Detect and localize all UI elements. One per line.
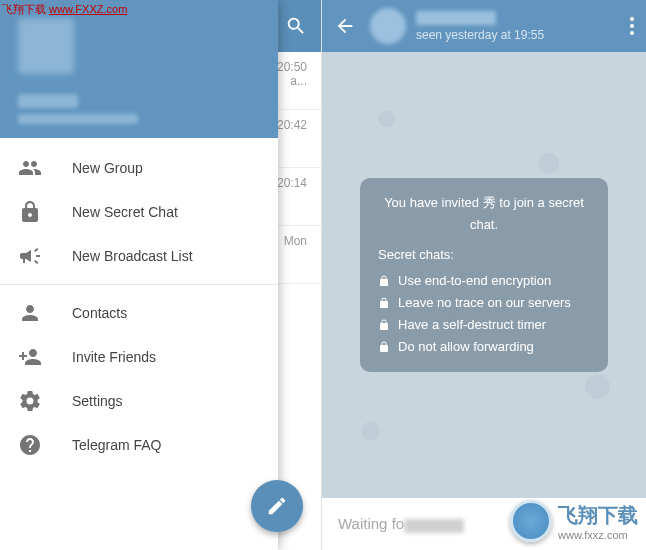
gear-icon [18,389,42,413]
svg-point-1 [630,24,634,28]
drawer-item-contacts[interactable]: Contacts [0,291,278,335]
brand-logo-icon [510,500,552,542]
lock-icon [378,341,390,353]
waiting-text: Waiting fo [338,515,464,532]
person-icon [18,301,42,325]
chat-subtitle: seen yesterday at 19:55 [416,28,630,42]
lock-icon [378,319,390,331]
more-icon[interactable] [630,17,634,35]
chat-header: seen yesterday at 19:55 [322,0,646,52]
secret-feature: Have a self-destruct timer [378,314,590,336]
svg-point-2 [630,31,634,35]
user-avatar[interactable] [18,18,74,74]
drawer-item-label: Settings [72,393,123,409]
chat-time: 20:14 [277,176,307,190]
chat-title-redacted [416,11,496,25]
group-icon [18,156,42,180]
secret-chat-info-box: You have invited 秀 to join a secret chat… [360,178,608,373]
watermark-link[interactable]: www.FXXZ.com [49,3,127,15]
drawer-item-invite[interactable]: Invite Friends [0,335,278,379]
chat-body: You have invited 秀 to join a secret chat… [322,52,646,498]
svg-point-0 [630,17,634,21]
drawer-item-faq[interactable]: Telegram FAQ [0,423,278,467]
drawer-item-secret-chat[interactable]: New Secret Chat [0,190,278,234]
secret-feature: Use end-to-end encryption [378,270,590,292]
secret-feature: Leave no trace on our servers [378,292,590,314]
right-screenshot: seen yesterday at 19:55 You have invited… [322,0,646,550]
lock-icon [378,297,390,309]
left-screenshot: 20:50a... 20:42 ' 20:14 Mon New Group Ne… [0,0,322,550]
chat-time: 20:50 [277,60,307,74]
back-icon[interactable] [334,15,356,37]
drawer-item-label: Telegram FAQ [72,437,161,453]
pencil-icon [266,495,288,517]
navigation-drawer: New Group New Secret Chat New Broadcast … [0,0,278,550]
lock-icon [18,200,42,224]
compose-fab[interactable] [251,480,303,532]
megaphone-icon [18,244,42,268]
drawer-item-label: New Secret Chat [72,204,178,220]
person-add-icon [18,345,42,369]
drawer-item-label: New Broadcast List [72,248,193,264]
waiting-redacted [404,519,464,533]
top-watermark: 飞翔下载 www.FXXZ.com [2,2,127,17]
drawer-divider [0,284,278,285]
invite-text: You have invited 秀 to join a secret chat… [378,192,590,236]
chat-avatar-redacted[interactable] [370,8,406,44]
drawer-header [0,0,278,138]
chat-preview: a... [290,74,307,88]
chat-time: Mon [284,234,307,248]
chat-time: 20:42 [277,118,307,132]
user-name-redacted [18,94,78,108]
drawer-item-label: New Group [72,160,143,176]
help-icon [18,433,42,457]
brand-name: 飞翔下载 [558,502,638,529]
drawer-item-settings[interactable]: Settings [0,379,278,423]
bottom-watermark: 飞翔下载 www.fxxz.com [510,500,638,542]
lock-icon [378,275,390,287]
drawer-item-broadcast[interactable]: New Broadcast List [0,234,278,278]
search-icon[interactable] [285,15,307,37]
drawer-item-label: Invite Friends [72,349,156,365]
secret-feature: Do not allow forwarding [378,336,590,358]
brand-url: www.fxxz.com [558,529,638,541]
secret-chat-heading: Secret chats: [378,244,590,266]
user-phone-redacted [18,114,138,124]
drawer-item-new-group[interactable]: New Group [0,146,278,190]
drawer-item-label: Contacts [72,305,127,321]
